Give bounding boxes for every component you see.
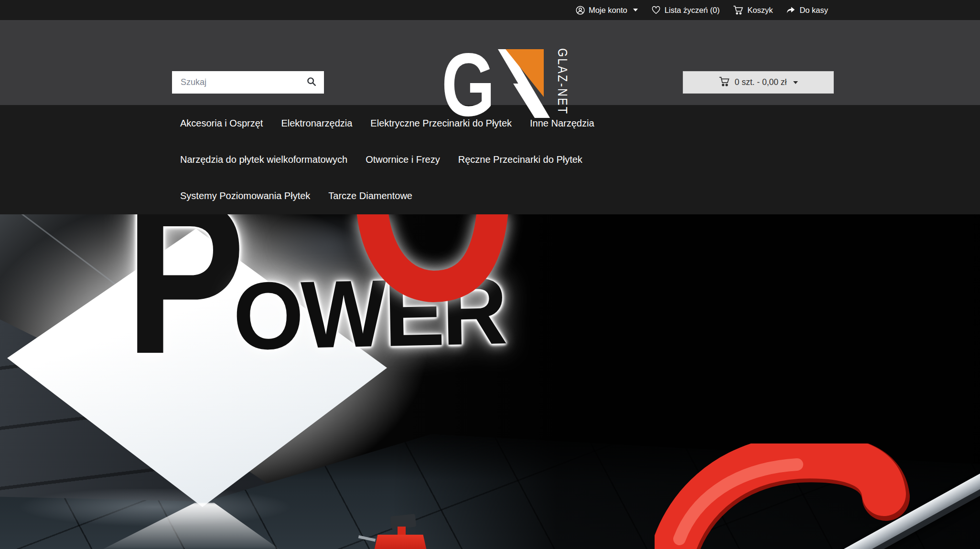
logo-brand-text: GLAZ-NET: [555, 48, 570, 115]
cart-label: Koszyk: [747, 6, 773, 15]
nav-item-wielkoformatowe[interactable]: Narzędzia do płytek wielkoformatowych: [180, 154, 347, 165]
category-nav: Akcesoria i Osprzęt Elektronarzędzia Ele…: [0, 105, 980, 214]
cart-icon: [719, 76, 730, 89]
search-box: [172, 71, 324, 94]
cart-summary-button[interactable]: 0 szt. - 0,00 zł: [683, 71, 834, 94]
account-menu[interactable]: Moje konto: [576, 6, 638, 15]
nav-item-systemy-poziomowania[interactable]: Systemy Poziomowania Płytek: [180, 190, 310, 201]
account-label: Moje konto: [589, 6, 627, 15]
nav-item-elektryczne-przecinarki[interactable]: Elektryczne Przecinarki do Płytek: [370, 118, 512, 129]
nav-item-reczne-przecinarki[interactable]: Ręczne Przecinarki do Płytek: [458, 154, 582, 165]
hero-headline-p: P: [125, 214, 246, 387]
nav-row-1: Akcesoria i Osprzęt Elektronarzędzia Ele…: [180, 105, 980, 141]
store-logo[interactable]: G GLAZ-NET: [442, 45, 571, 118]
nav-item-elektronarzedzia[interactable]: Elektronarzędzia: [281, 118, 352, 129]
wishlist-link[interactable]: Lista życzeń (0): [651, 6, 720, 15]
nav-item-tarcze-diamentowe[interactable]: Tarcze Diamentowe: [328, 190, 412, 201]
heart-icon: [651, 6, 661, 15]
hero-banner: P OWER: [0, 214, 980, 549]
search-button[interactable]: [299, 71, 324, 94]
nav-item-akcesoria[interactable]: Akcesoria i Osprzęt: [180, 118, 263, 129]
nav-item-inne-narzedzia[interactable]: Inne Narzędzia: [530, 118, 594, 129]
checkout-label: Do kasy: [799, 6, 828, 15]
header: G GLAZ-NET 0 szt. - 0,00 zł: [0, 20, 980, 105]
user-icon: [576, 6, 585, 15]
checkout-link[interactable]: Do kasy: [786, 6, 828, 15]
small-tile-cutter: [373, 514, 435, 549]
search-input[interactable]: [172, 71, 299, 94]
red-letter-fragment: [356, 214, 509, 315]
logo-g-letter: G: [442, 45, 495, 118]
cutter-neck: [398, 527, 406, 536]
search-icon: [306, 76, 317, 88]
cutter-body: [373, 535, 428, 549]
cart-summary-text: 0 szt. - 0,00 zł: [735, 77, 787, 87]
checkout-arrow-icon: [786, 6, 796, 14]
nav-row-3: Systemy Poziomowania Płytek Tarcze Diame…: [180, 178, 980, 214]
nav-item-otwornice[interactable]: Otwornice i Frezy: [366, 154, 440, 165]
nav-row-2: Narzędzia do płytek wielkoformatowych Ot…: [180, 141, 980, 178]
chevron-down-icon: [633, 9, 638, 11]
cart-icon: [733, 5, 743, 15]
topbar: Moje konto Lista życzeń (0) Koszyk Do ka…: [0, 0, 980, 20]
wishlist-label: Lista życzeń (0): [665, 6, 720, 15]
chevron-down-icon: [793, 81, 798, 84]
cart-link[interactable]: Koszyk: [733, 5, 773, 15]
